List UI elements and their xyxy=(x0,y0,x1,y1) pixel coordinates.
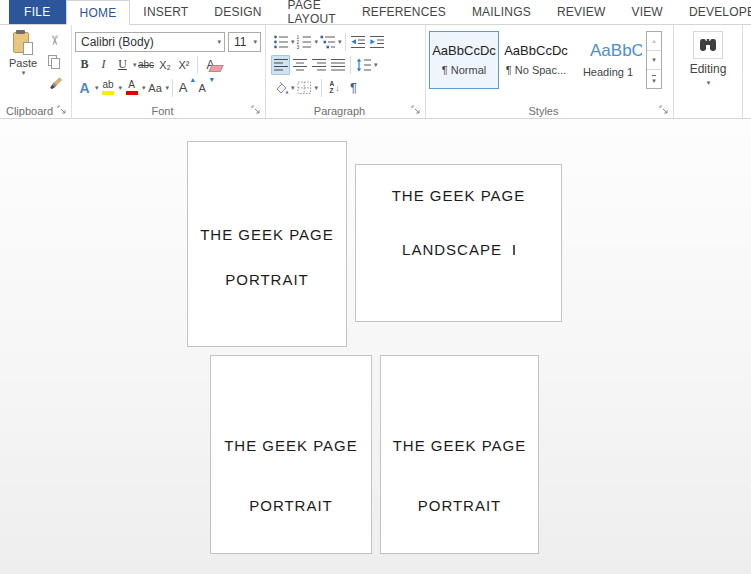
subscript-button[interactable]: X₂ xyxy=(156,55,175,75)
paste-dropdown-arrow[interactable]: ▾ xyxy=(22,69,26,76)
page-3-portrait[interactable]: THE GEEK PAGE PORTRAIT xyxy=(210,355,372,554)
style-card-no-spacing[interactable]: AaBbCcDc ¶ No Spac... xyxy=(501,31,571,89)
bullet-list-icon xyxy=(273,35,289,49)
shrink-font-letter: A xyxy=(198,82,205,94)
align-right-button[interactable] xyxy=(309,55,328,75)
document-canvas[interactable]: THE GEEK PAGE PORTRAIT THE GEEK PAGE LAN… xyxy=(0,119,751,574)
font-size-dropdown-arrow[interactable]: ▾ xyxy=(253,38,257,45)
borders-grid-icon xyxy=(297,81,312,95)
paint-bucket-icon xyxy=(273,81,289,95)
italic-button[interactable]: I xyxy=(94,55,113,75)
multilevel-list-button[interactable] xyxy=(318,32,337,52)
format-painter-icon xyxy=(47,76,63,92)
increase-indent-icon xyxy=(369,35,385,49)
show-hide-formatting-button[interactable]: ¶ xyxy=(344,78,363,98)
decrease-indent-icon xyxy=(350,35,366,49)
style-name: Heading 1 xyxy=(583,66,633,78)
paragraph-dialog-launcher-icon[interactable] xyxy=(411,105,421,115)
style-name: ¶ No Spac... xyxy=(506,64,566,76)
page-2-landscape[interactable]: THE GEEK PAGE LANDSCAPE xyxy=(355,164,562,322)
tab-references[interactable]: REFERENCES xyxy=(349,0,459,24)
editing-label: Editing xyxy=(690,62,727,76)
font-dialog-launcher-icon[interactable] xyxy=(251,105,261,115)
paste-button[interactable]: Paste ▾ xyxy=(3,30,43,102)
justify-icon xyxy=(330,58,346,72)
style-card-heading1[interactable]: AaBbCc Heading 1 xyxy=(573,31,643,89)
sort-button[interactable]: A Z ↓ xyxy=(325,78,344,98)
grow-font-button[interactable]: A▲ xyxy=(176,78,195,98)
tab-review[interactable]: REVIEW xyxy=(544,0,619,24)
shading-button[interactable] xyxy=(271,78,290,98)
copy-button[interactable] xyxy=(45,52,64,72)
increase-indent-button[interactable] xyxy=(368,32,387,52)
word-window: FILE HOME INSERT DESIGN PAGE LAYOUT REFE… xyxy=(0,0,751,574)
highlight-letters: ab xyxy=(102,80,113,90)
clipboard-group-label: Clipboard xyxy=(0,105,59,117)
paste-label: Paste xyxy=(9,57,37,69)
font-size-combobox[interactable]: 11 ▾ xyxy=(228,32,261,52)
highlight-color-button[interactable]: ab xyxy=(99,78,118,98)
page-text-line: THE GEEK PAGE xyxy=(381,437,538,454)
justify-button[interactable] xyxy=(328,55,347,75)
line-spacing-icon xyxy=(356,58,372,72)
borders-button[interactable] xyxy=(295,78,314,98)
down-triangle-icon: ▼ xyxy=(208,76,215,83)
underline-button[interactable]: U xyxy=(113,55,132,75)
font-group: Calibri (Body) ▾ 11 ▾ B I U ▾ abc X₂ X² … xyxy=(72,25,266,118)
style-preview: AaBbCc xyxy=(590,42,643,61)
clear-formatting-button[interactable]: A xyxy=(201,55,221,75)
cut-button[interactable]: ✂ xyxy=(45,30,64,50)
font-name-dropdown-arrow[interactable]: ▾ xyxy=(217,38,221,45)
styles-more-button[interactable]: ▾ xyxy=(647,70,661,88)
style-preview: AaBbCcDc xyxy=(504,44,568,58)
change-case-dropdown-arrow[interactable]: ▾ xyxy=(166,84,170,91)
font-name-combobox[interactable]: Calibri (Body) ▾ xyxy=(75,32,225,52)
tab-page-layout[interactable]: PAGE LAYOUT xyxy=(275,0,349,24)
bold-button[interactable]: B xyxy=(75,55,94,75)
tab-view[interactable]: VIEW xyxy=(618,0,675,24)
highlight-color-bar-icon xyxy=(102,91,114,95)
align-center-button[interactable] xyxy=(290,55,309,75)
multilevel-list-icon xyxy=(320,35,336,49)
tab-mailings[interactable]: MAILINGS xyxy=(459,0,544,24)
tab-insert[interactable]: INSERT xyxy=(130,0,201,24)
clipboard-dialog-launcher-icon[interactable] xyxy=(57,105,67,115)
editing-dropdown-arrow[interactable]: ▾ xyxy=(707,79,711,86)
style-card-normal[interactable]: AaBbCcDc ¶ Normal xyxy=(429,31,499,89)
bullets-button[interactable] xyxy=(271,32,290,52)
paste-clipboard-icon xyxy=(13,31,33,55)
page-1-portrait[interactable]: THE GEEK PAGE PORTRAIT xyxy=(187,141,347,347)
tab-developer[interactable]: DEVELOPER xyxy=(676,0,751,24)
styles-scroll-down-button[interactable]: ▾ xyxy=(647,51,661,70)
align-left-button[interactable] xyxy=(271,55,290,75)
copy-icon xyxy=(48,55,61,69)
line-spacing-button[interactable] xyxy=(354,55,373,75)
font-color-bar-icon xyxy=(126,91,138,95)
svg-text:3: 3 xyxy=(297,44,300,49)
line-spacing-dropdown-arrow[interactable]: ▾ xyxy=(374,61,378,68)
tab-design[interactable]: DESIGN xyxy=(201,0,274,24)
clipboard-group: Paste ▾ ✂ xyxy=(0,25,72,118)
shrink-font-button[interactable]: A▼ xyxy=(195,78,214,98)
borders-dropdown-arrow[interactable]: ▾ xyxy=(315,84,319,91)
superscript-button[interactable]: X² xyxy=(175,55,194,75)
align-center-icon xyxy=(292,58,308,72)
text-effects-button[interactable]: A xyxy=(75,78,94,98)
strikethrough-button[interactable]: abc xyxy=(137,55,156,75)
divider xyxy=(345,33,346,51)
editing-group: Editing ▾ xyxy=(674,25,743,118)
tab-file[interactable]: FILE xyxy=(9,0,66,24)
page-text-line: THE GEEK PAGE xyxy=(211,437,371,454)
change-case-button[interactable]: Aa xyxy=(146,78,165,98)
format-painter-button[interactable] xyxy=(45,74,64,94)
font-color-button[interactable]: A xyxy=(122,78,141,98)
multilevel-dropdown-arrow[interactable]: ▾ xyxy=(338,38,342,45)
styles-dialog-launcher-icon[interactable] xyxy=(659,105,669,115)
scissors-icon: ✂ xyxy=(47,35,62,46)
numbering-button[interactable]: 1 2 3 xyxy=(295,32,314,52)
editing-button[interactable]: Editing ▾ xyxy=(690,31,727,86)
decrease-indent-button[interactable] xyxy=(349,32,368,52)
tab-home[interactable]: HOME xyxy=(66,0,131,25)
styles-scroll-up-button[interactable]: ▴ xyxy=(647,32,661,51)
page-4-portrait[interactable]: THE GEEK PAGE PORTRAIT xyxy=(380,355,539,554)
